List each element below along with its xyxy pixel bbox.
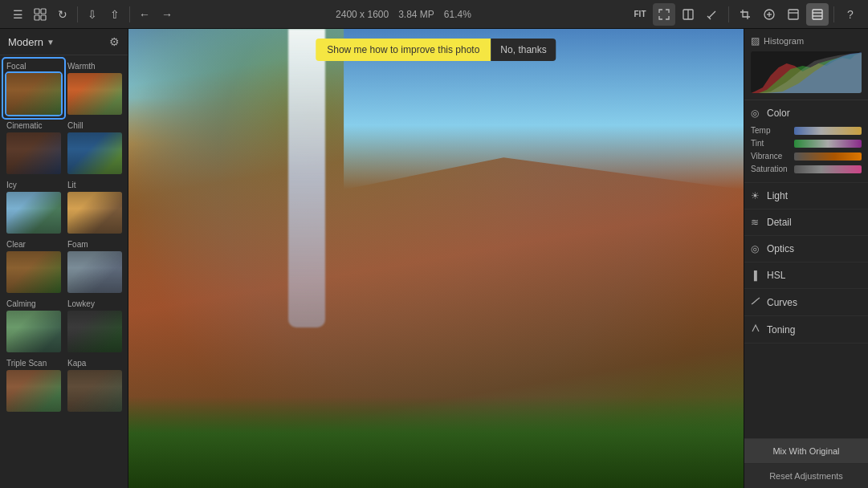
curves-icon — [751, 296, 762, 308]
main-content: Modern ▼ ⚙ FocalWarmthCinematicChillIcyL… — [0, 29, 868, 488]
vibrance-slider-row: Vibrance — [751, 152, 862, 161]
color-label: Color — [767, 108, 790, 119]
preset-settings-icon[interactable]: ⚙ — [109, 35, 120, 48]
light-section: ☀ Light — [744, 183, 868, 209]
notification-dismiss[interactable]: No, thanks — [491, 39, 556, 61]
separator — [129, 6, 130, 22]
preset-thumb-triple-scan — [6, 370, 61, 412]
tint-slider[interactable] — [794, 140, 862, 148]
preset-label-lowkey: Lowkey — [67, 299, 122, 308]
preset-label-clear: Clear — [6, 240, 61, 249]
toning-label: Toning — [767, 324, 795, 336]
help-icon[interactable]: ? — [839, 3, 862, 26]
waterfall — [288, 29, 325, 327]
color-header[interactable]: ◎ Color — [751, 105, 862, 121]
browse-icon[interactable] — [29, 3, 51, 26]
preset-thumb-foam — [67, 251, 122, 293]
color-icon: ◎ — [751, 108, 762, 119]
tint-slider-row: Tint — [751, 139, 862, 148]
fullscreen-icon[interactable] — [653, 3, 675, 26]
mix-with-original-button[interactable]: Mix With Original — [744, 439, 868, 464]
preset-header: Modern ▼ ⚙ — [0, 29, 128, 55]
export-icon[interactable]: ⇧ — [104, 3, 126, 26]
light-label: Light — [767, 190, 788, 201]
image-megapixels: 3.84 MP — [398, 9, 434, 20]
notification-message: Show me how to improve this photo — [316, 39, 491, 61]
hsl-icon: ▐ — [751, 270, 762, 280]
temp-slider[interactable] — [794, 127, 862, 135]
preset-item-focal[interactable]: Focal — [3, 59, 64, 118]
redo-icon[interactable]: → — [156, 3, 178, 26]
chevron-down-icon: ▼ — [47, 38, 55, 47]
menu-icon[interactable]: ☰ — [6, 3, 29, 26]
preset-label-focal: Focal — [6, 62, 61, 71]
heal-icon[interactable] — [758, 3, 780, 26]
undo-icon[interactable]: ← — [133, 3, 156, 26]
preset-item-lowkey[interactable]: Lowkey — [64, 296, 125, 356]
adjust-icon[interactable] — [806, 3, 829, 26]
preset-category[interactable]: Modern ▼ — [8, 36, 55, 48]
optics-header[interactable]: ◎ Optics — [751, 241, 862, 257]
histogram-icon: ▨ — [751, 35, 760, 47]
preset-label-kapa: Kapa — [67, 359, 122, 368]
preset-label-foam: Foam — [67, 240, 122, 249]
toolbar: ☰ ↻ ⇩ ⇧ ← → 2400 x 1600 3.84 MP 61.4% FI… — [0, 0, 868, 29]
history-icon[interactable]: ↻ — [51, 3, 74, 26]
fit-button[interactable]: FIT — [629, 3, 651, 26]
curves-label: Curves — [767, 297, 797, 308]
detail-label: Detail — [767, 217, 792, 228]
preset-item-clear[interactable]: Clear — [3, 237, 64, 296]
svg-rect-13 — [813, 10, 822, 19]
photo-viewport: Show me how to improve this photo No, th… — [128, 29, 744, 488]
tools-icon[interactable] — [701, 3, 723, 26]
preset-thumb-chill — [67, 132, 122, 174]
layout-icon[interactable] — [782, 3, 805, 26]
preset-item-chill[interactable]: Chill — [64, 118, 125, 177]
compare-icon[interactable] — [677, 3, 699, 26]
preset-thumb-focal — [6, 73, 61, 115]
photo-area — [128, 29, 744, 488]
preset-item-icy[interactable]: Icy — [3, 177, 64, 237]
reset-adjustments-button[interactable]: Reset Adjustments — [744, 464, 868, 488]
preset-thumb-kapa — [67, 370, 122, 412]
color-sliders: Temp Tint Vibrance Saturation — [751, 126, 862, 173]
hsl-label: HSL — [767, 270, 785, 281]
detail-header[interactable]: ≋ Detail — [751, 214, 862, 230]
curves-header[interactable]: Curves — [751, 294, 862, 311]
optics-section: ◎ Optics — [744, 236, 868, 262]
preset-thumb-lowkey — [67, 311, 122, 352]
preset-grid: FocalWarmthCinematicChillIcyLitClearFoam… — [0, 55, 128, 418]
image-info: 2400 x 1600 3.84 MP 61.4% — [178, 9, 629, 20]
preset-item-warmth[interactable]: Warmth — [64, 59, 125, 118]
optics-label: Optics — [767, 243, 794, 254]
preset-item-kapa[interactable]: Kapa — [64, 356, 125, 415]
preset-item-foam[interactable]: Foam — [64, 237, 125, 296]
light-header[interactable]: ☀ Light — [751, 188, 862, 204]
hsl-header[interactable]: ▐ HSL — [751, 267, 862, 283]
vibrance-slider[interactable] — [794, 152, 862, 161]
preset-item-cinematic[interactable]: Cinematic — [3, 118, 64, 177]
histogram-label: ▨ Histogram — [751, 35, 862, 47]
toning-header[interactable]: Toning — [751, 321, 862, 338]
separator — [77, 6, 78, 22]
preset-item-calming[interactable]: Calming — [3, 296, 64, 356]
histogram-section: ▨ Histogram — [744, 29, 868, 100]
detail-icon: ≋ — [751, 217, 762, 228]
preset-thumb-lit — [67, 192, 122, 234]
notification-bar: Show me how to improve this photo No, th… — [316, 39, 556, 61]
saturation-slider[interactable] — [794, 165, 862, 173]
preset-label-chill: Chill — [67, 121, 122, 130]
preset-thumb-clear — [6, 251, 61, 293]
trees-overlay — [128, 396, 744, 488]
crop-icon[interactable] — [734, 3, 756, 26]
toning-section: Toning — [744, 316, 868, 344]
svg-rect-0 — [35, 9, 39, 14]
preset-item-lit[interactable]: Lit — [64, 177, 125, 237]
image-zoom: 61.4% — [444, 9, 471, 20]
import-icon[interactable]: ⇩ — [81, 3, 104, 26]
preset-label-triple-scan: Triple Scan — [6, 359, 61, 368]
preset-item-triple-scan[interactable]: Triple Scan — [3, 356, 64, 415]
svg-rect-3 — [41, 15, 46, 20]
preset-label-icy: Icy — [6, 181, 61, 189]
saturation-label: Saturation — [751, 165, 791, 173]
